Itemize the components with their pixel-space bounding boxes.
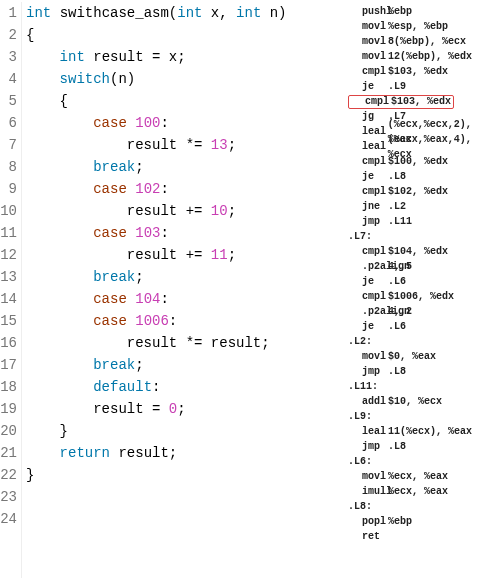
asm-operands: %ecx, %eax — [388, 469, 448, 484]
asm-mnemonic: cmpl — [348, 289, 388, 304]
asm-instruction: movl%esp, %ebp — [348, 19, 500, 34]
asm-mnemonic: cmpl — [348, 184, 388, 199]
code-line: case 100: — [26, 112, 287, 134]
asm-mnemonic: je — [348, 319, 388, 334]
code-line: result = 0; — [26, 398, 287, 420]
asm-instruction: addl$10, %ecx — [348, 394, 500, 409]
asm-mnemonic: jmp — [348, 439, 388, 454]
asm-label: .L6: — [348, 454, 500, 469]
code-line: case 103: — [26, 222, 287, 244]
asm-operands: 8(%ebp), %ecx — [388, 34, 466, 49]
two-pane-container: 123456789101112131415161718192021222324 … — [0, 0, 500, 578]
asm-label: .L8: — [348, 499, 500, 514]
code-line: } — [26, 420, 287, 442]
asm-operands: %ebp — [388, 4, 412, 19]
line-number-gutter: 123456789101112131415161718192021222324 — [0, 2, 22, 578]
asm-instruction: ret — [348, 529, 500, 544]
asm-operands: $102, %edx — [388, 184, 448, 199]
asm-mnemonic: movl — [348, 49, 388, 64]
asm-label: .L9: — [348, 409, 500, 424]
source-code: int swithcase_asm(int x, int n){ int res… — [22, 2, 287, 578]
asm-operands: .L2 — [388, 199, 406, 214]
asm-instruction: cmpl$1006, %edx — [348, 289, 500, 304]
asm-mnemonic: jg — [348, 109, 388, 124]
asm-instruction: je.L6 — [348, 319, 500, 334]
line-number: 11 — [0, 222, 17, 244]
asm-mnemonic: jmp — [348, 364, 388, 379]
asm-operands: $103, %edx — [388, 64, 448, 79]
asm-label: .L2: — [348, 334, 500, 349]
code-line: { — [26, 90, 287, 112]
asm-mnemonic: je — [348, 169, 388, 184]
asm-operands: $0, %eax — [388, 349, 436, 364]
asm-instruction: movl12(%ebp), %edx — [348, 49, 500, 64]
code-line: result *= 13; — [26, 134, 287, 156]
code-line: case 104: — [26, 288, 287, 310]
asm-operands: .L11 — [388, 214, 412, 229]
line-number: 12 — [0, 244, 17, 266]
asm-mnemonic: imull — [348, 484, 388, 499]
line-number: 24 — [0, 508, 17, 530]
asm-operands: $1006, %edx — [388, 289, 454, 304]
asm-instruction: jmp.L8 — [348, 364, 500, 379]
code-line: result += 10; — [26, 200, 287, 222]
asm-operands: $10, %ecx — [388, 394, 442, 409]
asm-operands: $103, %edx — [391, 94, 451, 109]
asm-instruction: .p2align4,,2 — [348, 304, 500, 319]
asm-mnemonic: movl — [348, 469, 388, 484]
asm-mnemonic: ret — [348, 529, 388, 544]
asm-mnemonic: cmpl — [348, 64, 388, 79]
highlighted-instruction: cmpl$103, %edx — [348, 95, 454, 109]
line-number: 10 — [0, 200, 17, 222]
asm-mnemonic: .p2align — [348, 304, 388, 319]
line-number: 7 — [0, 134, 17, 156]
asm-mnemonic: cmpl — [348, 154, 388, 169]
asm-instruction: imull%ecx, %eax — [348, 484, 500, 499]
asm-mnemonic: pushl — [348, 4, 388, 19]
asm-mnemonic: popl — [348, 514, 388, 529]
asm-mnemonic: leal — [348, 139, 388, 154]
asm-mnemonic: .p2align — [348, 259, 388, 274]
asm-mnemonic: jne — [348, 199, 388, 214]
asm-mnemonic: cmpl — [348, 244, 388, 259]
asm-operands: 4,,2 — [388, 304, 412, 319]
code-line: { — [26, 24, 287, 46]
asm-instruction: popl%ebp — [348, 514, 500, 529]
asm-instruction: leal11(%ecx), %eax — [348, 424, 500, 439]
asm-instruction: cmpl$102, %edx — [348, 184, 500, 199]
asm-instruction: jmp.L11 — [348, 214, 500, 229]
asm-instruction: movl$0, %eax — [348, 349, 500, 364]
code-line: break; — [26, 156, 287, 178]
asm-mnemonic: je — [348, 79, 388, 94]
asm-instruction: leal(%ecx,%eax,4), %ecx — [348, 139, 500, 154]
asm-operands: 12(%ebp), %edx — [388, 49, 472, 64]
asm-mnemonic: je — [348, 274, 388, 289]
asm-label: .L7: — [348, 229, 500, 244]
line-number: 17 — [0, 354, 17, 376]
asm-operands: .L9 — [388, 79, 406, 94]
line-number: 14 — [0, 288, 17, 310]
asm-mnemonic: movl — [348, 349, 388, 364]
asm-operands: %esp, %ebp — [388, 19, 448, 34]
line-number: 18 — [0, 376, 17, 398]
asm-instruction: cmpl$104, %edx — [348, 244, 500, 259]
asm-instruction: pushl%ebp — [348, 4, 500, 19]
asm-instruction: cmpl$103, %edx — [348, 64, 500, 79]
asm-label: .L11: — [348, 379, 500, 394]
line-number: 3 — [0, 46, 17, 68]
asm-mnemonic: movl — [348, 34, 388, 49]
line-number: 5 — [0, 90, 17, 112]
code-line: switch(n) — [26, 68, 287, 90]
asm-mnemonic: movl — [348, 19, 388, 34]
asm-operands: %ecx, %eax — [388, 484, 448, 499]
asm-instruction: cmpl$103, %edx — [348, 94, 500, 109]
asm-mnemonic: addl — [348, 394, 388, 409]
asm-operands: .L8 — [388, 364, 406, 379]
asm-operands: $100, %edx — [388, 154, 448, 169]
asm-mnemonic: cmpl — [351, 94, 391, 109]
asm-operands: .L8 — [388, 169, 406, 184]
code-line: int swithcase_asm(int x, int n) — [26, 2, 287, 24]
asm-instruction: movl8(%ebp), %ecx — [348, 34, 500, 49]
asm-operands: .L6 — [388, 319, 406, 334]
asm-instruction: je.L9 — [348, 79, 500, 94]
